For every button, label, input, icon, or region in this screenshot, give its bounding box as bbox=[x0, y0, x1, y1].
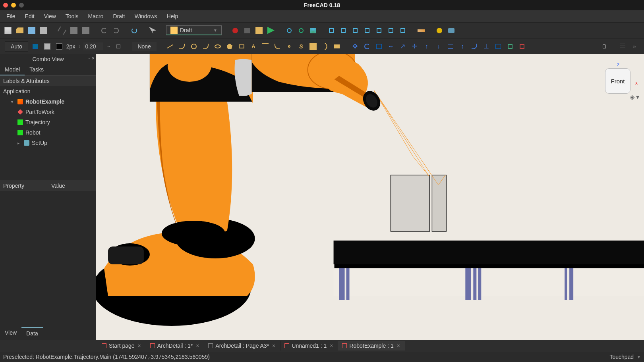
draft-bezcurve-button[interactable] bbox=[320, 42, 330, 51]
draft-addpoint-button[interactable]: ⊥ bbox=[482, 42, 491, 51]
draft-circle-button[interactable] bbox=[189, 42, 199, 51]
prop-col-value[interactable]: Value bbox=[48, 180, 96, 191]
autogroup-none-button[interactable]: None bbox=[132, 42, 156, 51]
maximize-window-button[interactable] bbox=[19, 3, 24, 8]
toggle-grid-button[interactable] bbox=[618, 42, 627, 51]
tree-root-application[interactable]: Application bbox=[0, 86, 96, 96]
redo-button[interactable] bbox=[111, 26, 121, 35]
part-color-button[interactable] bbox=[435, 26, 444, 35]
line-width-spin[interactable]: ↕ bbox=[77, 44, 81, 48]
macros-button[interactable] bbox=[254, 26, 264, 35]
draft-facebinder-button[interactable] bbox=[308, 42, 318, 51]
apply-style-button[interactable]: → bbox=[106, 44, 111, 48]
draft-arc-button[interactable] bbox=[201, 42, 211, 51]
menu-help[interactable]: Help bbox=[162, 11, 183, 22]
draft-point-button[interactable] bbox=[284, 42, 294, 51]
left-view-button[interactable] bbox=[386, 26, 396, 35]
close-tab-button[interactable]: × bbox=[137, 343, 142, 349]
iso-view-button[interactable] bbox=[398, 26, 408, 35]
doctab-start-page[interactable]: Start page × bbox=[98, 341, 146, 350]
menu-view[interactable]: View bbox=[39, 11, 61, 22]
draft-split-button[interactable]: ✛ bbox=[410, 42, 420, 51]
tab-tasks[interactable]: Tasks bbox=[25, 64, 48, 75]
menu-tools[interactable]: Tools bbox=[61, 11, 83, 22]
draft-draft2sketch-button[interactable] bbox=[505, 42, 515, 51]
nav-cube-menu[interactable]: ◈ ▾ bbox=[630, 93, 639, 101]
draft-bspline-button[interactable] bbox=[273, 42, 282, 51]
draft-edit-button[interactable]: ↕ bbox=[458, 42, 467, 51]
paste-button[interactable] bbox=[81, 26, 91, 35]
draft-offset-button[interactable] bbox=[374, 42, 384, 51]
draft-dimension-button[interactable] bbox=[261, 42, 270, 51]
style-picker-button[interactable] bbox=[114, 42, 123, 51]
menu-macro[interactable]: Macro bbox=[83, 11, 108, 22]
nav-style-selector[interactable]: Touchpad bbox=[609, 354, 634, 360]
close-tab-button[interactable]: × bbox=[329, 343, 334, 349]
face-color-button[interactable] bbox=[43, 42, 52, 51]
prop-col-property[interactable]: Property bbox=[0, 180, 48, 191]
doctab-unnamed1[interactable]: Unnamed1 : 1 × bbox=[280, 341, 338, 350]
expand-icon[interactable]: ▾ bbox=[11, 100, 15, 104]
draft-line-button[interactable] bbox=[165, 42, 175, 51]
draft-rectangle-button[interactable] bbox=[237, 42, 246, 51]
draft-polygon-button[interactable] bbox=[225, 42, 234, 51]
doctab-archdetail-page[interactable]: ArchDetail : Page A3* × bbox=[204, 341, 280, 350]
undock-button[interactable]: ◦ bbox=[89, 56, 90, 61]
menu-windows[interactable]: Windows bbox=[130, 11, 162, 22]
new-file-button[interactable] bbox=[3, 26, 13, 35]
overflow-button[interactable]: » bbox=[630, 42, 639, 51]
draft-wire-button[interactable] bbox=[177, 42, 187, 51]
menu-draft[interactable]: Draft bbox=[108, 11, 130, 22]
close-tab-button[interactable]: × bbox=[271, 343, 276, 349]
draft-ellipse-button[interactable] bbox=[213, 42, 222, 51]
front-view-button[interactable] bbox=[327, 26, 336, 35]
draft-downgrade-button[interactable]: ↓ bbox=[434, 42, 443, 51]
draft-scale-button[interactable] bbox=[446, 42, 455, 51]
minimize-window-button[interactable] bbox=[11, 3, 16, 8]
tree-item-setup[interactable]: ▸ SetUp bbox=[0, 138, 96, 148]
close-window-button[interactable] bbox=[3, 3, 8, 8]
refresh-button[interactable] bbox=[130, 26, 139, 35]
draft-label-button[interactable] bbox=[332, 42, 342, 51]
draft-upgrade-button[interactable]: ↑ bbox=[422, 42, 431, 51]
close-panel-button[interactable]: × bbox=[92, 56, 95, 61]
menu-file[interactable]: File bbox=[2, 11, 20, 22]
close-tab-button[interactable]: × bbox=[195, 343, 200, 349]
draft-array-button[interactable] bbox=[517, 42, 527, 51]
nav-cube-face[interactable]: Front bbox=[605, 68, 630, 94]
print-button[interactable] bbox=[39, 26, 48, 35]
menu-edit[interactable]: Edit bbox=[20, 11, 39, 22]
top-view-button[interactable] bbox=[338, 26, 348, 35]
nav-cube[interactable]: z x Front ◈ ▾ bbox=[601, 61, 637, 94]
tab-model[interactable]: Model bbox=[0, 64, 25, 75]
draft-move-button[interactable]: ✥ bbox=[350, 42, 360, 51]
workbench-selector[interactable]: Draft ▼ bbox=[166, 25, 222, 35]
tree-item-robot[interactable]: Robot bbox=[0, 127, 96, 138]
save-file-button[interactable] bbox=[27, 26, 37, 35]
close-tab-button[interactable]: × bbox=[396, 343, 401, 349]
tree-doc-robotexample[interactable]: ▾ RobotExample bbox=[0, 96, 96, 107]
folder-button[interactable] bbox=[447, 26, 456, 35]
undo-button[interactable] bbox=[99, 26, 109, 35]
tree-item-parttowork[interactable]: PartToWork bbox=[0, 107, 96, 117]
rear-view-button[interactable] bbox=[362, 26, 372, 35]
doctab-robotexample[interactable]: RobotExample : 1 × bbox=[338, 341, 405, 350]
font-size-input[interactable] bbox=[83, 42, 103, 50]
tab-view[interactable]: View bbox=[0, 327, 21, 339]
cut-button[interactable] bbox=[57, 26, 67, 35]
tab-data[interactable]: Data bbox=[21, 327, 43, 339]
copy-button[interactable] bbox=[69, 26, 79, 35]
3d-viewport[interactable]: z x Front ◈ ▾ bbox=[96, 54, 644, 340]
axonometric-button[interactable] bbox=[308, 26, 318, 35]
draft-join-button[interactable]: ↗ bbox=[398, 42, 408, 51]
snap-lock-button[interactable] bbox=[600, 42, 609, 51]
fit-selection-button[interactable] bbox=[296, 26, 306, 35]
open-file-button[interactable] bbox=[15, 26, 25, 35]
fit-all-button[interactable] bbox=[284, 26, 294, 35]
draft-shapestring-button[interactable]: S bbox=[296, 42, 306, 51]
doctab-archdetail-1[interactable]: ArchDetail : 1* × bbox=[146, 341, 205, 350]
draft-text-button[interactable]: A bbox=[249, 42, 258, 51]
construction-mode-button[interactable] bbox=[31, 42, 40, 51]
tree-item-trajectory[interactable]: Trajectory bbox=[0, 117, 96, 127]
draft-trimex-button[interactable]: ↔ bbox=[386, 42, 396, 51]
